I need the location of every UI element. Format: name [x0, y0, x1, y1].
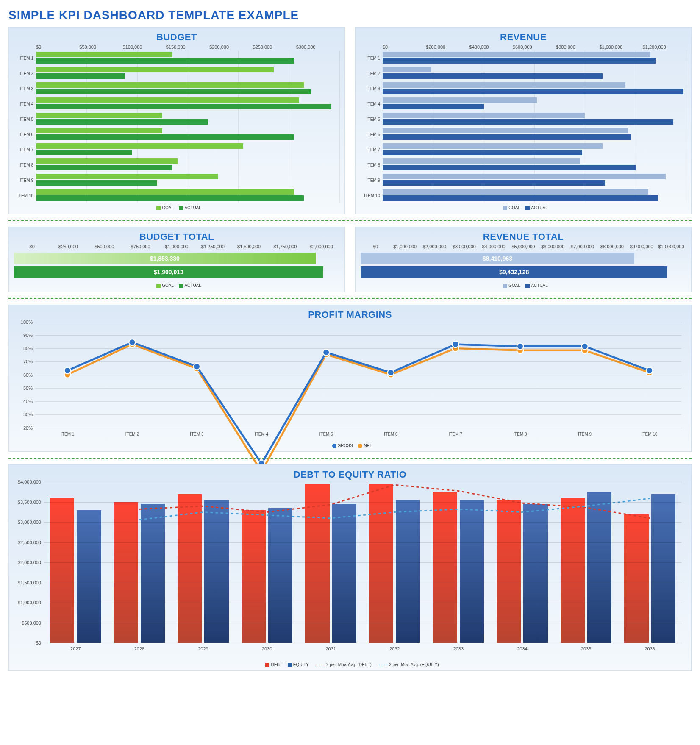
- svg-point-10: [64, 367, 71, 374]
- svg-point-14: [323, 349, 329, 356]
- chart-row: ITEM 7: [14, 142, 339, 157]
- revenue-total-title: REVENUE TOTAL: [361, 231, 686, 242]
- revenue-bars: ITEM 1ITEM 2ITEM 3ITEM 4ITEM 5ITEM 6ITEM…: [361, 50, 686, 203]
- revenue-total-actual-bar: $9,432,128: [361, 266, 667, 278]
- profit-y-axis: 100%90%80%70%60%50%40%30%20%: [14, 322, 35, 428]
- debt-equity-title: DEBT TO EQUITY RATIO: [14, 469, 686, 480]
- svg-point-16: [452, 341, 458, 347]
- budget-total-goal-bar: $1,853,330: [14, 253, 316, 264]
- chart-row: ITEM 9: [14, 172, 339, 188]
- budget-total-title: BUDGET TOTAL: [14, 231, 339, 242]
- revenue-total-panel: REVENUE TOTAL $0$1,000,000$2,000,000$3,0…: [355, 227, 692, 292]
- chart-row: ITEM 7: [361, 142, 686, 157]
- budget-bars: ITEM 1ITEM 2ITEM 3ITEM 4ITEM 5ITEM 6ITEM…: [14, 50, 339, 203]
- chart-row: ITEM 2: [361, 66, 686, 81]
- chart-row: ITEM 2: [14, 66, 339, 81]
- page-title: SIMPLE KPI DASHBOARD TEMPLATE EXAMPLE: [8, 8, 692, 22]
- chart-row: ITEM 6: [14, 127, 339, 142]
- chart-row: ITEM 10: [361, 188, 686, 203]
- revenue-chart-panel: REVENUE $0$200,000$400,000$600,000$800,0…: [355, 27, 692, 214]
- revenue-legend: GOAL ACTUAL: [361, 206, 686, 210]
- revenue-chart-title: REVENUE: [361, 32, 686, 43]
- chart-row: ITEM 4: [361, 96, 686, 111]
- revenue-total-goal-bar: $8,410,963: [361, 253, 634, 264]
- budget-total-panel: BUDGET TOTAL $0$250,000$500,000$750,000$…: [8, 227, 345, 292]
- chart-row: ITEM 1: [14, 50, 339, 66]
- svg-point-12: [194, 363, 200, 370]
- profit-plot: [35, 322, 682, 428]
- budget-chart-panel: BUDGET $0$50,000$100,000$150,000$200,000…: [8, 27, 345, 214]
- divider: [8, 298, 692, 299]
- chart-row: ITEM 5: [14, 111, 339, 127]
- chart-row: ITEM 3: [361, 81, 686, 96]
- chart-row: ITEM 1: [361, 50, 686, 66]
- svg-point-11: [129, 339, 135, 345]
- divider: [8, 220, 692, 221]
- chart-row: ITEM 6: [361, 127, 686, 142]
- svg-point-19: [646, 367, 653, 374]
- profit-x-axis: ITEM 1ITEM 2ITEM 3ITEM 4ITEM 5ITEM 6ITEM…: [35, 432, 682, 436]
- budget-x-axis: $0$50,000$100,000$150,000$200,000$250,00…: [36, 44, 339, 50]
- chart-row: ITEM 8: [361, 157, 686, 172]
- chart-row: ITEM 8: [14, 157, 339, 172]
- budget-total-axis: $0$250,000$500,000$750,000$1,000,000$1,2…: [14, 244, 339, 249]
- debt-equity-plot: [44, 482, 682, 643]
- revenue-x-axis: $0$200,000$400,000$600,000$800,000$1,000…: [383, 44, 686, 50]
- chart-row: ITEM 10: [14, 188, 339, 203]
- debt-equity-panel: DEBT TO EQUITY RATIO $4,000,000$3,500,00…: [8, 464, 692, 671]
- chart-row: ITEM 9: [361, 172, 686, 188]
- budget-total-actual-bar: $1,900,013: [14, 266, 323, 278]
- revenue-total-axis: $0$1,000,000$2,000,000$3,000,000$4,000,0…: [361, 244, 686, 249]
- debt-equity-y-axis: $4,000,000$3,500,000$3,000,000$2,500,000…: [14, 482, 44, 643]
- profit-margins-title: PROFIT MARGINS: [14, 309, 686, 320]
- profit-margins-panel: PROFIT MARGINS 100%90%80%70%60%50%40%30%…: [8, 305, 692, 452]
- budget-chart-title: BUDGET: [14, 32, 339, 43]
- debt-equity-x-axis: 2027202820292030203120322033203420352036: [44, 646, 682, 651]
- chart-row: ITEM 3: [14, 81, 339, 96]
- chart-row: ITEM 5: [361, 111, 686, 127]
- budget-legend: GOAL ACTUAL: [14, 206, 339, 210]
- chart-row: ITEM 4: [14, 96, 339, 111]
